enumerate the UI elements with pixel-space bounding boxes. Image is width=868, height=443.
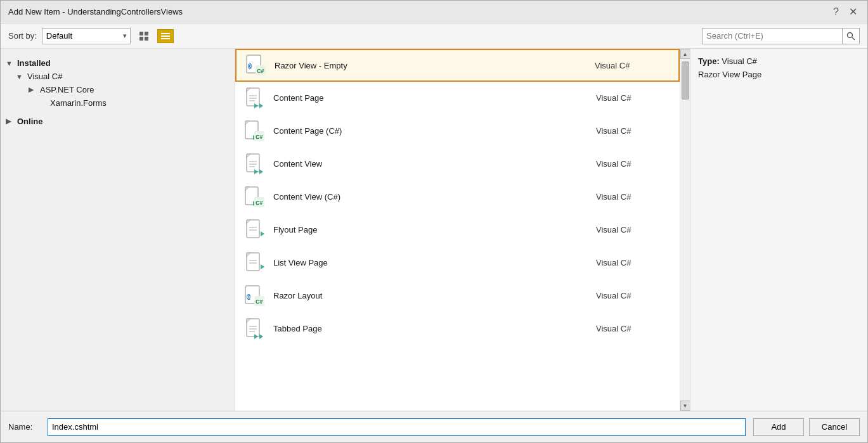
list-icon bbox=[161, 32, 170, 41]
sidebar-item-label: Installed bbox=[17, 58, 51, 68]
svg-rect-34 bbox=[247, 220, 259, 238]
sort-select-wrapper: Default bbox=[42, 28, 131, 44]
svg-marker-55 bbox=[259, 334, 263, 339]
dialog-title: Add New Item - UnderstandingControllersV… bbox=[8, 7, 183, 16]
main-content: ▼ Installed ▼ Visual C# ▶ ASP.NET Core X… bbox=[1, 49, 867, 411]
svg-text:C#: C# bbox=[256, 299, 263, 305]
sidebar-item-online[interactable]: ▶ Online bbox=[1, 115, 235, 128]
svg-rect-21 bbox=[247, 154, 259, 172]
svg-marker-26 bbox=[259, 169, 263, 174]
item-list: @ C# Razor View - Empty Visual C# Conten… bbox=[235, 49, 680, 411]
list-view-button[interactable] bbox=[157, 29, 174, 43]
list-item[interactable]: C# Content Page (C#) Visual C# bbox=[235, 115, 680, 148]
cancel-button[interactable]: Cancel bbox=[809, 418, 860, 436]
item-name: Tabbed Page bbox=[273, 324, 596, 333]
toolbar: Sort by: Default bbox=[1, 23, 867, 49]
arrow-icon bbox=[39, 100, 48, 107]
title-bar: Add New Item - UnderstandingControllersV… bbox=[1, 1, 867, 23]
list-item[interactable]: C# Content View (C#) Visual C# bbox=[235, 181, 680, 214]
item-type: Visual C# bbox=[596, 225, 672, 234]
item-type: Visual C# bbox=[596, 93, 672, 103]
scroll-track bbox=[681, 59, 690, 401]
sort-select[interactable]: Default bbox=[42, 28, 131, 44]
description-text: Razor View Page bbox=[698, 70, 761, 79]
item-type: Visual C# bbox=[596, 324, 672, 333]
type-label: Type: bbox=[698, 56, 720, 66]
item-type: Visual C# bbox=[596, 258, 672, 267]
search-icon bbox=[846, 32, 855, 41]
scrollbar: ▲ ▼ bbox=[680, 49, 690, 411]
arrow-icon: ▶ bbox=[29, 86, 37, 94]
item-name: Razor View - Empty bbox=[275, 61, 595, 70]
type-value: Visual C# bbox=[722, 56, 756, 66]
svg-rect-50 bbox=[247, 319, 259, 337]
description-row: Razor View Page bbox=[698, 70, 860, 79]
scroll-thumb[interactable] bbox=[682, 61, 689, 100]
arrow-icon: ▼ bbox=[16, 73, 25, 80]
item-icon bbox=[243, 153, 266, 176]
list-item[interactable]: Content Page Visual C# bbox=[235, 82, 680, 115]
help-button[interactable]: ? bbox=[831, 7, 841, 17]
item-icon: C# bbox=[243, 186, 266, 209]
item-icon: C# bbox=[243, 120, 266, 143]
search-button[interactable] bbox=[842, 29, 859, 44]
right-panel: Type: Visual C# Razor View Page bbox=[690, 49, 867, 411]
svg-rect-39 bbox=[247, 253, 259, 271]
list-item[interactable]: Tabbed Page Visual C# bbox=[235, 312, 680, 345]
name-label: Name: bbox=[8, 422, 40, 432]
type-row: Type: Visual C# bbox=[698, 56, 860, 66]
item-name: Content View (C#) bbox=[273, 192, 596, 202]
list-item[interactable]: Content View Visual C# bbox=[235, 148, 680, 181]
item-name: Flyout Page bbox=[273, 225, 596, 234]
close-button[interactable]: ✕ bbox=[846, 7, 860, 17]
list-item[interactable]: Flyout Page Visual C# bbox=[235, 214, 680, 247]
scroll-down[interactable]: ▼ bbox=[680, 401, 690, 411]
name-input[interactable] bbox=[48, 418, 746, 436]
action-buttons: Add Cancel bbox=[753, 418, 860, 436]
item-name: Content View bbox=[273, 159, 596, 169]
svg-line-1 bbox=[852, 37, 855, 40]
sidebar-item-visual-csharp[interactable]: ▼ Visual C# bbox=[1, 70, 235, 83]
grid-view-button[interactable] bbox=[136, 29, 152, 43]
scroll-up[interactable]: ▲ bbox=[680, 49, 690, 59]
sidebar-item-xamarin-forms[interactable]: Xamarin.Forms bbox=[1, 96, 235, 110]
item-name: Content Page (C#) bbox=[273, 126, 596, 136]
sidebar-item-label: Visual C# bbox=[27, 72, 62, 81]
title-bar-controls: ? ✕ bbox=[831, 7, 860, 17]
list-item[interactable]: @ C# Razor Layout Visual C# bbox=[235, 279, 680, 312]
search-wrapper bbox=[702, 28, 860, 44]
item-name: List View Page bbox=[273, 258, 596, 267]
list-item[interactable]: @ C# Razor View - Empty Visual C# bbox=[235, 49, 680, 82]
grid-icon bbox=[139, 32, 148, 41]
svg-text:@: @ bbox=[247, 293, 250, 300]
item-type: Visual C# bbox=[596, 291, 672, 300]
svg-marker-43 bbox=[261, 264, 264, 269]
item-icon bbox=[243, 87, 266, 110]
svg-marker-38 bbox=[261, 231, 264, 236]
sidebar-item-installed[interactable]: ▼ Installed bbox=[1, 56, 235, 70]
item-icon bbox=[243, 318, 266, 340]
sidebar-item-label: Xamarin.Forms bbox=[50, 98, 107, 108]
search-input[interactable] bbox=[703, 29, 842, 44]
item-type: Visual C# bbox=[596, 126, 672, 136]
sidebar-item-label: ASP.NET Core bbox=[40, 85, 94, 94]
svg-text:C#: C# bbox=[257, 68, 264, 74]
svg-rect-8 bbox=[247, 88, 259, 106]
svg-text:@: @ bbox=[248, 62, 252, 69]
svg-marker-13 bbox=[259, 103, 263, 108]
svg-point-0 bbox=[848, 32, 853, 37]
sidebar-item-label: Online bbox=[17, 117, 42, 126]
item-type: Visual C# bbox=[596, 159, 672, 169]
list-item[interactable]: List View Page Visual C# bbox=[235, 247, 680, 279]
sidebar-item-aspnet-core[interactable]: ▶ ASP.NET Core bbox=[1, 83, 235, 96]
sort-label: Sort by: bbox=[8, 31, 37, 41]
bottom-bar: Name: Add Cancel bbox=[1, 411, 867, 442]
item-icon bbox=[243, 219, 266, 241]
item-type: Visual C# bbox=[596, 192, 672, 202]
arrow-icon: ▶ bbox=[6, 117, 15, 125]
item-icon: @ C# bbox=[243, 285, 266, 307]
add-new-item-dialog: Add New Item - UnderstandingControllersV… bbox=[0, 0, 868, 443]
item-type: Visual C# bbox=[595, 61, 671, 70]
item-icon: @ C# bbox=[244, 54, 267, 77]
add-button[interactable]: Add bbox=[753, 418, 804, 436]
